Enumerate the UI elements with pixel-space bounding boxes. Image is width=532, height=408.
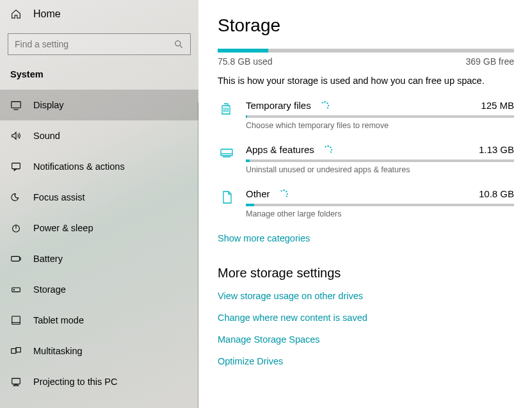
sidebar: Home System Display Sound Notifications … [0, 0, 198, 408]
category-title: Apps & features [246, 144, 314, 155]
category-icon [218, 100, 236, 130]
sidebar-item-label: Power & sleep [33, 223, 93, 233]
category-item[interactable]: Other10.8 GBManage other large folders [218, 188, 514, 218]
search-icon [173, 39, 184, 49]
home-label: Home [33, 8, 61, 20]
loading-spinner-icon [323, 145, 332, 154]
sidebar-item-notifications[interactable]: Notifications & actions [0, 151, 198, 182]
category-list: Temporary files125 MBChoose which tempor… [218, 100, 514, 218]
multitasking-icon [10, 345, 22, 357]
svg-rect-9 [16, 348, 20, 352]
search-input[interactable] [8, 33, 191, 55]
sidebar-nav: Display Sound Notifications & actions Fo… [0, 90, 198, 397]
category-bar [246, 115, 514, 118]
category-desc: Uninstall unused or undesired apps & fea… [246, 165, 514, 174]
sidebar-item-label: Storage [33, 284, 66, 295]
category-item[interactable]: Temporary files125 MBChoose which tempor… [218, 100, 514, 130]
sidebar-item-multitasking[interactable]: Multitasking [0, 336, 198, 366]
svg-rect-10 [12, 379, 20, 384]
svg-rect-7 [12, 316, 20, 325]
category-icon [218, 188, 236, 218]
settings-link[interactable]: Optimize Drives [218, 356, 283, 366]
category-size: 1.13 GB [479, 144, 514, 155]
sidebar-item-battery[interactable]: Battery [0, 243, 198, 274]
battery-icon [10, 253, 22, 265]
sidebar-item-power-sleep[interactable]: Power & sleep [0, 213, 198, 243]
settings-link[interactable]: Manage Storage Spaces [218, 334, 320, 345]
sidebar-item-display[interactable]: Display [0, 90, 198, 120]
more-settings-links: View storage usage on other drivesChange… [218, 291, 514, 366]
category-desc: Manage other large folders [246, 209, 514, 218]
sidebar-item-focus-assist[interactable]: Focus assist [0, 182, 198, 213]
home-button[interactable]: Home [0, 0, 198, 28]
category-bar-fill [246, 159, 250, 162]
loading-spinner-icon [279, 190, 288, 199]
svg-point-0 [175, 41, 181, 46]
sidebar-item-label: Notifications & actions [33, 161, 125, 172]
svg-rect-2 [12, 163, 20, 169]
sidebar-item-label: Multitasking [33, 346, 83, 356]
sidebar-item-label: Display [33, 100, 64, 110]
notifications-icon [10, 161, 22, 172]
category-size: 125 MB [481, 100, 514, 111]
search-container [0, 28, 198, 58]
sidebar-item-label: Battery [33, 254, 63, 264]
intro-text: This is how your storage is used and how… [218, 76, 514, 86]
power-icon [10, 222, 22, 234]
projecting-icon [10, 376, 22, 388]
disk-free-label: 369 GB free [466, 56, 515, 67]
svg-rect-1 [12, 102, 20, 108]
svg-rect-8 [12, 348, 16, 353]
sidebar-divider [198, 102, 198, 408]
sidebar-item-label: Projecting to this PC [33, 377, 117, 387]
loading-spinner-icon [320, 101, 329, 110]
settings-link[interactable]: Change where new content is saved [218, 313, 367, 323]
svg-rect-4 [12, 256, 20, 261]
category-bar-fill [246, 115, 247, 118]
sidebar-item-label: Sound [33, 131, 60, 141]
svg-rect-11 [221, 149, 232, 156]
svg-rect-5 [12, 288, 20, 291]
sidebar-item-sound[interactable]: Sound [0, 120, 198, 151]
sidebar-item-tablet-mode[interactable]: Tablet mode [0, 305, 198, 336]
disk-usage-bar [218, 49, 514, 53]
tablet-icon [10, 314, 22, 326]
display-icon [10, 99, 22, 111]
main-content: Storage 75.8 GB used 369 GB free This is… [198, 0, 532, 408]
svg-point-6 [13, 290, 14, 290]
sidebar-item-label: Tablet mode [33, 315, 84, 325]
page-title: Storage [218, 15, 514, 36]
sound-icon [10, 130, 22, 142]
sidebar-item-storage[interactable]: Storage [0, 274, 198, 305]
category-title: Other [246, 188, 270, 199]
category-title: Temporary files [246, 100, 311, 111]
show-more-categories-link[interactable]: Show more categories [218, 233, 310, 243]
category-item[interactable]: Apps & features1.13 GBUninstall unused o… [218, 144, 514, 174]
sidebar-item-label: Focus assist [33, 192, 85, 202]
home-icon [10, 8, 22, 20]
category-bar [246, 159, 514, 162]
category-bar-fill [246, 204, 254, 206]
category-size: 10.8 GB [479, 188, 514, 199]
settings-link[interactable]: View storage usage on other drives [218, 291, 363, 301]
category-bar [246, 204, 514, 206]
disk-labels: 75.8 GB used 369 GB free [218, 56, 514, 67]
focus-assist-icon [10, 192, 22, 203]
search-field[interactable] [15, 39, 173, 49]
disk-usage-fill [218, 49, 268, 53]
storage-icon [10, 284, 22, 295]
category-icon [218, 144, 236, 174]
disk-used-label: 75.8 GB used [218, 56, 273, 67]
category-desc: Choose which temporary files to remove [246, 121, 514, 130]
sidebar-item-projecting[interactable]: Projecting to this PC [0, 366, 198, 397]
more-settings-heading: More storage settings [218, 266, 514, 281]
sidebar-section-title: System [0, 58, 198, 83]
